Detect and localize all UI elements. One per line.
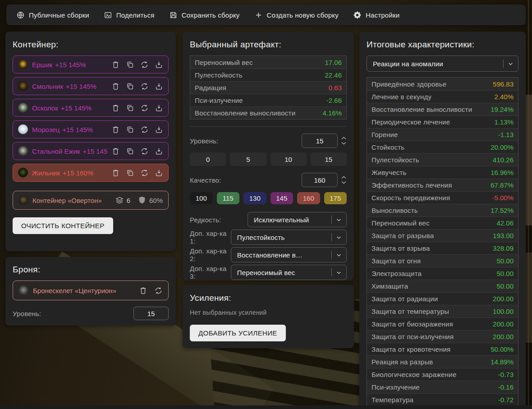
artifact-row[interactable]: Ершик+15 145% <box>13 55 169 74</box>
copy-icon[interactable] <box>126 60 134 69</box>
stat-row: Защита от пси-излучения 200.00 <box>367 330 518 343</box>
quality-input[interactable]: 160 <box>302 173 338 187</box>
artifact-row[interactable]: Стальной Ежик+15 145% <box>13 142 169 160</box>
new-build-button[interactable]: Создать новую сборку <box>254 11 339 19</box>
stat-value: 14.89% <box>491 358 514 366</box>
stat-row: Пси-излучение -2.66 <box>190 94 346 106</box>
stat-row: Защита от биозаражения 200.00 <box>367 317 518 330</box>
trash-icon[interactable] <box>111 82 120 91</box>
bottom-edge-bar <box>0 405 532 409</box>
sync-icon[interactable] <box>140 169 149 177</box>
sync-icon[interactable] <box>140 60 149 69</box>
extra-stat-row: Доп. хар-ка 3: Переносимый вес <box>190 265 347 280</box>
artifact-row[interactable]: Жильник+15 160% <box>13 164 169 182</box>
artifact-row[interactable]: Осколок+15 145% <box>13 99 169 117</box>
artifact-actions <box>111 169 163 177</box>
stat-label: Электрозащита <box>371 270 422 277</box>
public-builds-button[interactable]: Публичные сборки <box>16 11 89 19</box>
quality-preset-button[interactable]: 145 <box>271 192 294 204</box>
stat-row: Радиация 0.63 <box>190 81 346 94</box>
stat-row: Защита от разрыва 193.00 <box>367 229 518 242</box>
chevron-down-icon <box>335 216 342 223</box>
artifact-level-quality: +15 145% <box>83 147 107 155</box>
equip-tray-icon[interactable] <box>155 125 163 134</box>
sync-icon[interactable] <box>140 147 149 156</box>
extra-stat-select[interactable]: Восстановление в… <box>231 247 347 262</box>
artifact-row[interactable]: Смольник+15 145% <box>13 77 169 95</box>
boosts-empty-text: Нет выбранных усилений <box>190 309 347 316</box>
stat-label: Пулестойкость <box>195 71 243 79</box>
spin-up-icon[interactable] <box>341 175 347 179</box>
copy-icon[interactable] <box>126 169 134 177</box>
sync-icon[interactable] <box>140 125 149 134</box>
stat-label: Переносимый вес <box>371 219 430 227</box>
quality-preset-button[interactable]: 100 <box>190 192 213 204</box>
trash-icon[interactable] <box>111 125 120 134</box>
stat-value: 50.00 <box>496 282 514 290</box>
armor-level-input[interactable]: 15 <box>133 307 169 320</box>
stat-label: Лечение в секунду <box>371 93 431 101</box>
copy-icon[interactable] <box>126 125 134 134</box>
clear-container-button[interactable]: ОЧИСТИТЬ КОНТЕЙНЕР <box>13 217 113 234</box>
extra-stat-select[interactable]: Переносимый вес <box>231 265 347 280</box>
sync-icon[interactable] <box>140 82 149 91</box>
settings-button[interactable]: Настройки <box>353 11 399 19</box>
extra-stat-label: Доп. хар-ка 2: <box>190 247 231 262</box>
extra-stat-select[interactable]: Пулестойкость <box>231 230 347 245</box>
container-item[interactable]: Контейнер «Овертон» 6 60% <box>13 191 169 210</box>
stat-label: Эффективность лечения <box>371 181 452 189</box>
equip-tray-icon[interactable] <box>155 147 163 156</box>
artifact-stats-table: Переносимый вес 17.06 Пулестойкость 22.4… <box>190 55 347 119</box>
equip-tray-icon[interactable] <box>155 60 163 69</box>
totals-stats-table: Приведённое здоровье 596.83 Лечение в се… <box>367 77 518 406</box>
trash-icon[interactable] <box>111 104 120 112</box>
anomaly-reactions-value: Реакции на аномалии <box>373 60 500 68</box>
trash-icon[interactable] <box>111 60 120 69</box>
share-button[interactable]: Поделиться <box>104 11 155 19</box>
copy-icon[interactable] <box>126 147 134 156</box>
level-preset-button[interactable]: 10 <box>271 152 307 166</box>
level-label: Уровень: <box>190 137 219 145</box>
level-input[interactable]: 15 <box>302 133 338 148</box>
trash-icon[interactable] <box>139 286 147 295</box>
level-preset-button[interactable]: 5 <box>230 152 266 166</box>
page-scrollbar[interactable] <box>528 0 529 409</box>
quality-preset-button[interactable]: 160 <box>297 192 320 204</box>
trash-icon[interactable] <box>111 147 120 156</box>
spin-down-icon[interactable] <box>341 181 347 184</box>
spin-down-icon[interactable] <box>341 142 347 145</box>
rarity-value: Исключительный <box>254 216 329 224</box>
stat-value: -0.72 <box>498 396 514 404</box>
anomaly-reactions-select[interactable]: Реакции на аномалии <box>367 55 518 72</box>
level-preset-button[interactable]: 0 <box>190 152 226 166</box>
equip-tray-icon[interactable] <box>155 169 163 177</box>
quality-preset-button[interactable]: 115 <box>217 192 240 204</box>
quality-preset-button[interactable]: 130 <box>243 192 266 204</box>
rarity-select[interactable]: Исключительный <box>248 212 347 227</box>
stat-label: Горение <box>371 131 398 138</box>
stat-value: 200.00 <box>493 333 514 340</box>
stat-value: 0.63 <box>329 84 342 92</box>
copy-icon[interactable] <box>126 82 134 91</box>
level-preset-button[interactable]: 15 <box>311 152 347 166</box>
spin-up-icon[interactable] <box>341 136 347 140</box>
extra-stat-label: Доп. хар-ка 3: <box>190 265 231 280</box>
stat-label: Радиация <box>195 84 226 92</box>
add-boost-button[interactable]: ДОБАВИТЬ УСИЛЕНИЕ <box>190 325 286 341</box>
trash-icon[interactable] <box>111 169 120 177</box>
sync-icon[interactable] <box>154 286 163 295</box>
equip-tray-icon[interactable] <box>155 82 163 91</box>
armor-item[interactable]: Бронескелет «Центурион» <box>13 280 169 300</box>
quality-control-row: Качество: 160 <box>190 173 347 187</box>
sync-icon[interactable] <box>140 104 149 112</box>
equip-tray-icon[interactable] <box>155 104 163 112</box>
settings-label: Настройки <box>366 11 399 19</box>
artifact-actions <box>111 60 163 69</box>
artifact-row[interactable]: Морозец+15 145% <box>13 120 169 138</box>
stat-label: Защита от биозаражения <box>371 320 453 328</box>
stat-row: Реакция на разрыв 14.89% <box>367 355 518 368</box>
container-panel: Контейнер: Ершик+15 145% Смольник+15 145… <box>5 32 176 251</box>
quality-preset-button[interactable]: 175 <box>324 192 347 204</box>
save-build-button[interactable]: Сохранить сборку <box>169 11 240 19</box>
copy-icon[interactable] <box>126 104 134 112</box>
